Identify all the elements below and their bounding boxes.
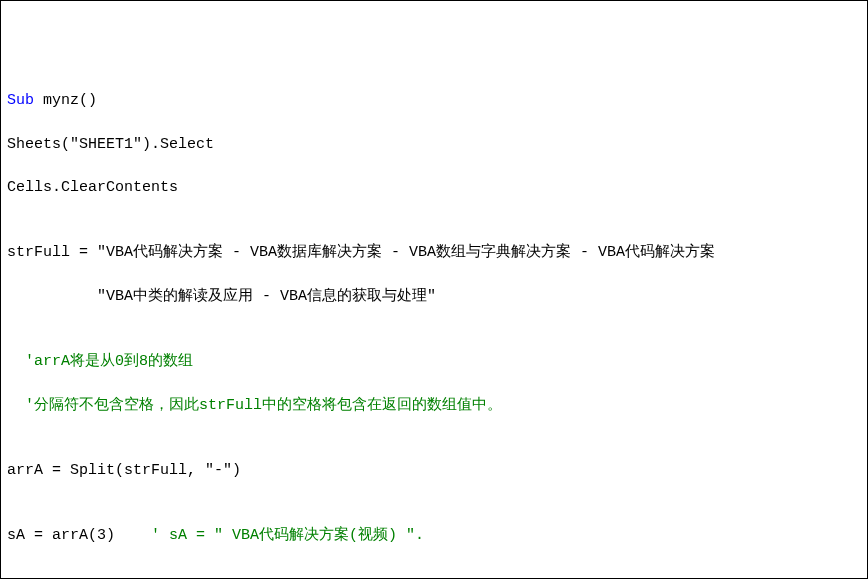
code-line-13: sA = arrA(3) ' sA = " VBA代码解决方案(视频) ". — [7, 525, 861, 547]
keyword-sub: Sub — [7, 92, 43, 109]
inline-comment-1: ' sA = " VBA代码解决方案(视频) ". — [142, 527, 424, 544]
code-line-5: strFull = "VBA代码解决方案 - VBA数据库解决方案 - VBA数… — [7, 242, 861, 264]
code-comment-1: 'arrA将是从0到8的数组 — [7, 351, 861, 373]
code-line-6: "VBA中类的解读及应用 - VBA信息的获取与处理" — [7, 286, 861, 308]
code-text: sA = arrA(3) — [7, 527, 142, 544]
code-line-3: Cells.ClearContents — [7, 177, 861, 199]
code-line-1: Sub mynz() — [7, 90, 861, 112]
sub-name: mynz() — [43, 92, 97, 109]
code-line-11: arrA = Split(strFull, "-") — [7, 460, 861, 482]
code-line-2: Sheets("SHEET1").Select — [7, 134, 861, 156]
code-comment-2: '分隔符不包含空格，因此strFull中的空格将包含在返回的数组值中。 — [7, 395, 861, 417]
